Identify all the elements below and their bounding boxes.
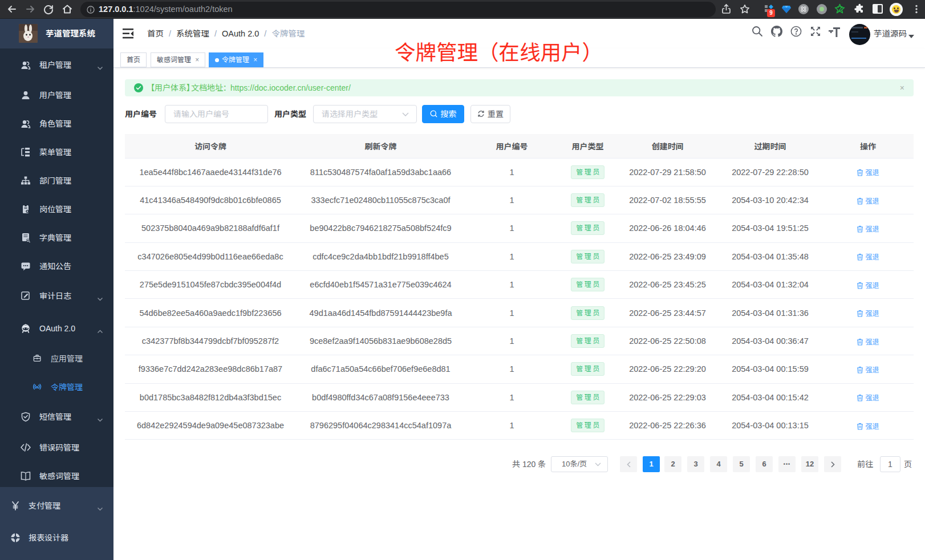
svg-text:a: a xyxy=(36,384,39,389)
